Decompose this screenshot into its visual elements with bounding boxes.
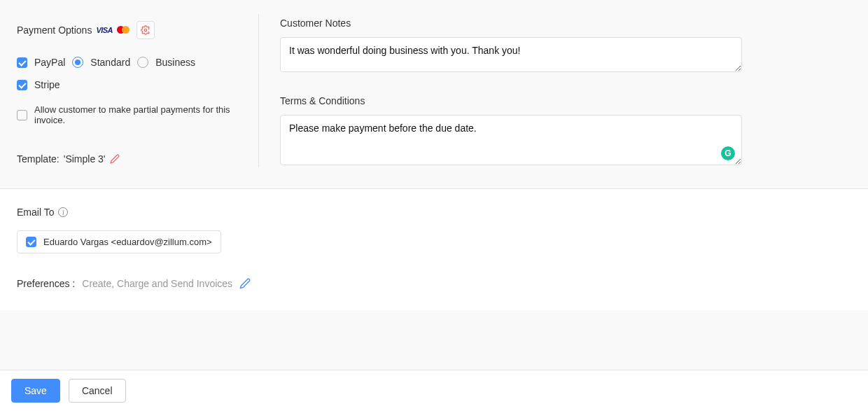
mastercard-icon <box>117 26 130 34</box>
preferences-label: Preferences : <box>17 278 75 289</box>
terms-textarea[interactable] <box>280 115 742 165</box>
paypal-business-label: Business <box>155 57 195 68</box>
partial-payments-label: Allow customer to make partial payments … <box>34 104 244 125</box>
save-button[interactable]: Save <box>11 379 60 403</box>
paypal-label: PayPal <box>34 57 65 68</box>
info-icon[interactable]: i <box>58 207 68 217</box>
payment-options-label: Payment Options <box>17 25 92 36</box>
paypal-checkbox[interactable] <box>17 57 27 68</box>
preferences-value: Create, Charge and Send Invoices <box>82 278 232 289</box>
svg-point-0 <box>144 29 147 32</box>
email-to-label: Email To <box>17 207 54 218</box>
visa-icon: VISA <box>96 26 113 34</box>
footer-bar: Save Cancel <box>0 370 868 411</box>
partial-payments-checkbox[interactable] <box>17 110 27 120</box>
template-label: Template: <box>17 153 59 165</box>
pencil-icon <box>239 278 251 289</box>
email-recipient-chip[interactable]: Eduardo Vargas <eduardov@zillum.com> <box>17 230 221 253</box>
terms-label: Terms & Conditions <box>280 95 742 106</box>
email-recipient-checkbox[interactable] <box>26 237 36 247</box>
edit-template-button[interactable] <box>110 154 120 164</box>
stripe-checkbox[interactable] <box>17 80 27 90</box>
template-value: 'Simple 3' <box>64 153 106 165</box>
pencil-icon <box>110 154 120 164</box>
stripe-label: Stripe <box>34 79 60 90</box>
paypal-standard-label: Standard <box>90 57 130 68</box>
paypal-business-radio[interactable] <box>137 57 148 68</box>
customer-notes-textarea[interactable] <box>280 37 742 72</box>
grammarly-icon[interactable]: G <box>721 146 735 160</box>
paypal-standard-radio[interactable] <box>72 57 83 68</box>
gear-icon <box>141 25 150 35</box>
edit-preferences-button[interactable] <box>239 278 251 289</box>
email-recipient-text: Eduardo Vargas <eduardov@zillum.com> <box>43 237 212 247</box>
customer-notes-label: Customer Notes <box>280 18 742 29</box>
payment-settings-button[interactable] <box>136 21 155 39</box>
cancel-button[interactable]: Cancel <box>69 379 126 403</box>
template-row: Template: 'Simple 3' <box>17 153 244 165</box>
payment-options-header: Payment Options VISA <box>17 21 244 39</box>
